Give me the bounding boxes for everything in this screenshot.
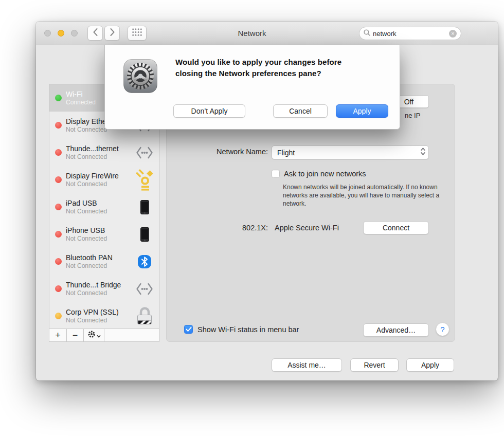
desktop: Network network × Wi-FiConnectedDisplay … (0, 0, 504, 436)
interface-status: Not Connected (66, 153, 135, 161)
gear-icon (87, 330, 96, 340)
show-wifi-status-label: Show Wi-Fi status in menu bar (197, 325, 299, 334)
show-wifi-status-checkbox[interactable] (184, 325, 193, 334)
interface-texts: iPhone USBNot Connected (66, 226, 135, 243)
ethernet-icon (135, 146, 154, 160)
status-dot-red (55, 122, 62, 129)
interface-name: iPhone USB (66, 226, 135, 235)
interface-name: iPad USB (66, 198, 135, 208)
sidebar-toolbar: + − (49, 329, 159, 341)
stepper-icon (421, 147, 425, 158)
chevron-down-icon (97, 331, 101, 340)
search-field[interactable]: network × (359, 27, 461, 40)
interface-texts: iPad USBNot Connected (66, 198, 135, 215)
phone-icon (135, 200, 154, 214)
status-dot-red (55, 204, 62, 210)
phone-icon (135, 227, 154, 242)
interface-status: Not Connected (66, 235, 135, 243)
status-dot-red (55, 258, 62, 265)
network-name-select[interactable]: Flight (272, 146, 429, 159)
chevron-right-icon (110, 28, 115, 39)
close-button[interactable] (44, 30, 51, 37)
action-menu-button[interactable] (84, 329, 104, 341)
grid-icon (132, 28, 142, 39)
interface-texts: Thunde...t BridgeNot Connected (66, 280, 135, 297)
interface-status: Not Connected (66, 289, 135, 297)
wifi-status-text-fragment: ne IP (405, 112, 420, 119)
interface-status: Not Connected (66, 262, 135, 270)
dialog-apply-button[interactable]: Apply (336, 104, 388, 118)
apply-changes-dialog: Would you like to apply your changes bef… (104, 45, 400, 130)
sidebar-item-display-firewire[interactable]: Display FireWireNot Connected (49, 166, 159, 193)
interface-name: Thunde...t Bridge (66, 280, 135, 289)
interface-status: Not Connected (66, 317, 135, 324)
back-button[interactable] (87, 26, 103, 41)
status-dot-red (55, 285, 62, 292)
sidebar-item-iphone-usb[interactable]: iPhone USBNot Connected (49, 221, 159, 248)
ethernet-icon (135, 282, 154, 296)
interface-name: Corp VPN (SSL) (66, 307, 135, 317)
ask-to-join-label: Ask to join new networks (284, 170, 366, 178)
dont-apply-button[interactable]: Don’t Apply (173, 104, 245, 118)
add-interface-button[interactable]: + (49, 329, 67, 341)
interface-texts: Corp VPN (SSL)Not Connected (66, 307, 135, 324)
remove-interface-button[interactable]: − (67, 329, 84, 341)
chevron-left-icon (93, 28, 98, 39)
join-help-text: Known networks will be joined automatica… (283, 183, 447, 208)
minimize-button[interactable] (58, 30, 64, 37)
checkmark-icon (186, 326, 192, 332)
cancel-button[interactable]: Cancel (273, 104, 328, 118)
dialog-message: Would you like to apply your changes bef… (175, 57, 365, 79)
status-dot-yellow (55, 313, 62, 319)
toolbar-spacer (104, 329, 159, 341)
search-input[interactable]: network (373, 30, 449, 38)
titlebar[interactable]: Network network × (36, 22, 498, 45)
status-dot-red (55, 231, 62, 238)
clear-search-icon[interactable]: × (449, 30, 457, 38)
interface-texts: Bluetooth PANNot Connected (66, 253, 135, 270)
interface-texts: Thunde...thernetNot Connected (66, 144, 135, 161)
sidebar-item-bluetooth-pan[interactable]: Bluetooth PANNot Connected (49, 248, 159, 275)
interface-texts: Display FireWireNot Connected (66, 171, 135, 188)
interface-status: Not Connected (66, 180, 135, 188)
status-dot-red (55, 176, 62, 183)
status-dot-green (55, 95, 62, 101)
help-button[interactable]: ? (436, 322, 449, 336)
interface-name: Thunde...thernet (66, 144, 135, 153)
interface-status: Not Connected (66, 208, 135, 215)
status-dot-red (55, 149, 62, 156)
lock-icon (135, 306, 154, 326)
interface-name: Bluetooth PAN (66, 253, 135, 262)
interface-name: Display FireWire (66, 171, 135, 180)
firewire-icon (135, 169, 154, 191)
network-preferences-window: Network network × Wi-FiConnectedDisplay … (36, 22, 498, 380)
ask-to-join-checkbox[interactable] (272, 170, 280, 178)
window-title: Network (201, 29, 303, 38)
sidebar-item-thunde-thernet[interactable]: Thunde...thernetNot Connected (49, 139, 159, 166)
search-icon (364, 29, 370, 38)
dot1x-label: 802.1X: (167, 224, 268, 232)
revert-button[interactable]: Revert (350, 358, 399, 372)
assist-me-button[interactable]: Assist me… (272, 358, 342, 372)
sidebar-item-ipad-usb[interactable]: iPad USBNot Connected (49, 193, 159, 221)
network-name-label: Network Name: (167, 148, 268, 156)
advanced-button[interactable]: Advanced… (363, 323, 429, 337)
forward-button[interactable] (104, 26, 120, 41)
network-name-value: Flight (277, 149, 421, 157)
show-all-button[interactable] (128, 26, 147, 41)
system-preferences-gear-icon (123, 59, 158, 96)
bluetooth-icon (135, 255, 154, 268)
connect-button[interactable]: Connect (363, 221, 429, 234)
zoom-button[interactable] (71, 30, 78, 37)
sidebar-item-thunde-t-bridge[interactable]: Thunde...t BridgeNot Connected (49, 275, 159, 302)
sidebar-item-corp-vpn-ssl[interactable]: Corp VPN (SSL)Not Connected (49, 302, 159, 329)
apply-button[interactable]: Apply (406, 358, 454, 372)
dot1x-value: Apple Secure Wi-Fi (275, 224, 339, 232)
